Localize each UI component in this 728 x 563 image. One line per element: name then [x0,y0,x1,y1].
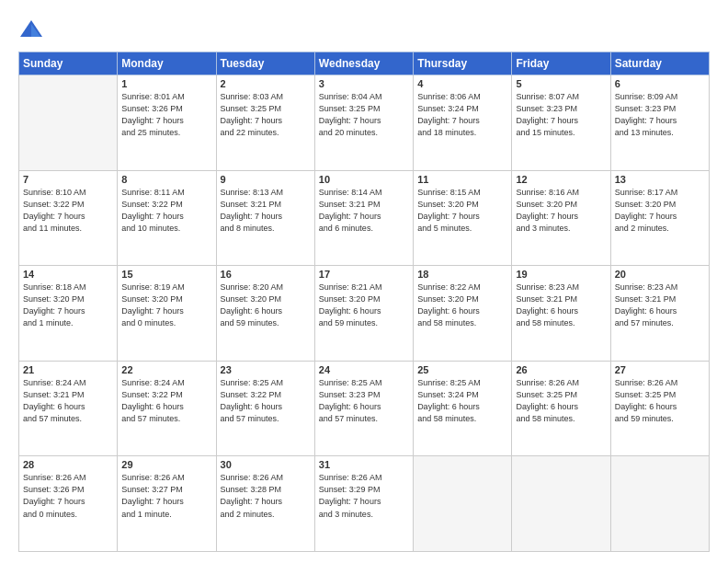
day-number: 17 [319,269,409,280]
calendar-cell [414,456,512,552]
calendar-cell: 25Sunrise: 8:25 AM Sunset: 3:24 PM Dayli… [414,361,512,456]
calendar-cell: 26Sunrise: 8:26 AM Sunset: 3:25 PM Dayli… [512,361,610,456]
day-number: 4 [417,78,507,89]
day-number: 12 [516,174,606,185]
calendar-cell: 9Sunrise: 8:13 AM Sunset: 3:21 PM Daylig… [216,170,314,266]
day-number: 11 [417,174,507,185]
day-number: 25 [417,364,507,375]
day-number: 22 [121,364,211,375]
day-info: Sunrise: 8:15 AM Sunset: 3:20 PM Dayligh… [417,187,507,235]
day-info: Sunrise: 8:14 AM Sunset: 3:21 PM Dayligh… [319,187,409,235]
day-info: Sunrise: 8:06 AM Sunset: 3:24 PM Dayligh… [417,91,507,139]
calendar-cell: 5Sunrise: 8:07 AM Sunset: 3:23 PM Daylig… [512,75,610,171]
day-number: 8 [121,174,211,185]
calendar-cell: 11Sunrise: 8:15 AM Sunset: 3:20 PM Dayli… [414,170,512,266]
weekday-header-monday: Monday [118,52,216,75]
calendar-cell: 30Sunrise: 8:26 AM Sunset: 3:28 PM Dayli… [216,456,314,552]
calendar-cell: 1Sunrise: 8:01 AM Sunset: 3:26 PM Daylig… [118,75,216,171]
day-info: Sunrise: 8:25 AM Sunset: 3:24 PM Dayligh… [417,377,507,425]
day-info: Sunrise: 8:04 AM Sunset: 3:25 PM Dayligh… [319,91,409,139]
day-info: Sunrise: 8:03 AM Sunset: 3:25 PM Dayligh… [221,91,311,139]
calendar-cell [512,456,610,552]
day-number: 5 [516,78,606,89]
day-info: Sunrise: 8:26 AM Sunset: 3:26 PM Dayligh… [23,472,113,520]
calendar-cell: 8Sunrise: 8:11 AM Sunset: 3:22 PM Daylig… [118,170,216,266]
day-info: Sunrise: 8:26 AM Sunset: 3:27 PM Dayligh… [121,472,211,520]
calendar-cell: 19Sunrise: 8:23 AM Sunset: 3:21 PM Dayli… [512,266,610,362]
day-info: Sunrise: 8:26 AM Sunset: 3:25 PM Dayligh… [615,377,705,425]
weekday-header-thursday: Thursday [414,52,512,75]
calendar-cell: 28Sunrise: 8:26 AM Sunset: 3:26 PM Dayli… [19,456,118,552]
day-info: Sunrise: 8:24 AM Sunset: 3:21 PM Dayligh… [23,377,113,425]
calendar-cell: 21Sunrise: 8:24 AM Sunset: 3:21 PM Dayli… [19,361,118,456]
calendar-cell: 2Sunrise: 8:03 AM Sunset: 3:25 PM Daylig… [216,75,314,171]
day-number: 3 [319,78,409,89]
day-info: Sunrise: 8:25 AM Sunset: 3:23 PM Dayligh… [319,377,409,425]
calendar-cell: 29Sunrise: 8:26 AM Sunset: 3:27 PM Dayli… [118,456,216,552]
weekday-header-friday: Friday [512,52,610,75]
week-row-2: 7Sunrise: 8:10 AM Sunset: 3:22 PM Daylig… [19,170,710,266]
day-number: 21 [23,364,113,375]
day-number: 16 [221,269,311,280]
day-number: 27 [615,364,705,375]
day-number: 24 [319,364,409,375]
page: SundayMondayTuesdayWednesdayThursdayFrid… [0,0,728,563]
day-number: 7 [23,174,113,185]
calendar-cell: 3Sunrise: 8:04 AM Sunset: 3:25 PM Daylig… [314,75,413,171]
day-info: Sunrise: 8:13 AM Sunset: 3:21 PM Dayligh… [221,187,311,235]
day-info: Sunrise: 8:24 AM Sunset: 3:22 PM Dayligh… [121,377,211,425]
day-number: 31 [319,459,409,470]
logo-icon [18,17,44,42]
logo [18,17,48,42]
calendar-cell [610,456,709,552]
header [18,17,710,42]
day-info: Sunrise: 8:01 AM Sunset: 3:26 PM Dayligh… [121,91,211,139]
calendar-cell: 31Sunrise: 8:26 AM Sunset: 3:29 PM Dayli… [314,456,413,552]
calendar-cell: 10Sunrise: 8:14 AM Sunset: 3:21 PM Dayli… [314,170,413,266]
day-number: 9 [221,174,311,185]
day-info: Sunrise: 8:26 AM Sunset: 3:25 PM Dayligh… [516,377,606,425]
calendar-cell: 4Sunrise: 8:06 AM Sunset: 3:24 PM Daylig… [414,75,512,171]
day-info: Sunrise: 8:19 AM Sunset: 3:20 PM Dayligh… [121,282,211,329]
svg-marker-1 [31,24,40,37]
weekday-header-sunday: Sunday [19,52,118,75]
calendar-cell: 20Sunrise: 8:23 AM Sunset: 3:21 PM Dayli… [610,266,709,362]
calendar-cell: 23Sunrise: 8:25 AM Sunset: 3:22 PM Dayli… [216,361,314,456]
calendar: SundayMondayTuesdayWednesdayThursdayFrid… [18,52,710,552]
day-info: Sunrise: 8:18 AM Sunset: 3:20 PM Dayligh… [23,282,113,329]
calendar-cell: 16Sunrise: 8:20 AM Sunset: 3:20 PM Dayli… [216,266,314,362]
calendar-cell: 6Sunrise: 8:09 AM Sunset: 3:23 PM Daylig… [610,75,709,171]
week-row-4: 21Sunrise: 8:24 AM Sunset: 3:21 PM Dayli… [19,361,710,456]
calendar-cell: 12Sunrise: 8:16 AM Sunset: 3:20 PM Dayli… [512,170,610,266]
day-number: 29 [121,459,211,470]
weekday-header-saturday: Saturday [610,52,709,75]
day-number: 6 [615,78,705,89]
day-info: Sunrise: 8:26 AM Sunset: 3:28 PM Dayligh… [221,472,311,520]
day-number: 28 [23,459,113,470]
day-number: 23 [221,364,311,375]
calendar-cell: 13Sunrise: 8:17 AM Sunset: 3:20 PM Dayli… [610,170,709,266]
day-info: Sunrise: 8:17 AM Sunset: 3:20 PM Dayligh… [615,187,705,235]
day-number: 10 [319,174,409,185]
day-number: 14 [23,269,113,280]
weekday-header-wednesday: Wednesday [314,52,413,75]
calendar-cell [19,75,118,171]
day-info: Sunrise: 8:22 AM Sunset: 3:20 PM Dayligh… [417,282,507,329]
day-info: Sunrise: 8:11 AM Sunset: 3:22 PM Dayligh… [121,187,211,235]
day-number: 30 [221,459,311,470]
calendar-cell: 17Sunrise: 8:21 AM Sunset: 3:20 PM Dayli… [314,266,413,362]
day-number: 15 [121,269,211,280]
day-number: 2 [221,78,311,89]
week-row-3: 14Sunrise: 8:18 AM Sunset: 3:20 PM Dayli… [19,266,710,362]
day-info: Sunrise: 8:09 AM Sunset: 3:23 PM Dayligh… [615,91,705,139]
calendar-cell: 18Sunrise: 8:22 AM Sunset: 3:20 PM Dayli… [414,266,512,362]
day-info: Sunrise: 8:10 AM Sunset: 3:22 PM Dayligh… [23,187,113,235]
weekday-header-tuesday: Tuesday [216,52,314,75]
calendar-cell: 22Sunrise: 8:24 AM Sunset: 3:22 PM Dayli… [118,361,216,456]
week-row-5: 28Sunrise: 8:26 AM Sunset: 3:26 PM Dayli… [19,456,710,552]
calendar-cell: 7Sunrise: 8:10 AM Sunset: 3:22 PM Daylig… [19,170,118,266]
weekday-header-row: SundayMondayTuesdayWednesdayThursdayFrid… [19,52,710,75]
day-info: Sunrise: 8:23 AM Sunset: 3:21 PM Dayligh… [516,282,606,329]
day-info: Sunrise: 8:16 AM Sunset: 3:20 PM Dayligh… [516,187,606,235]
week-row-1: 1Sunrise: 8:01 AM Sunset: 3:26 PM Daylig… [19,75,710,171]
